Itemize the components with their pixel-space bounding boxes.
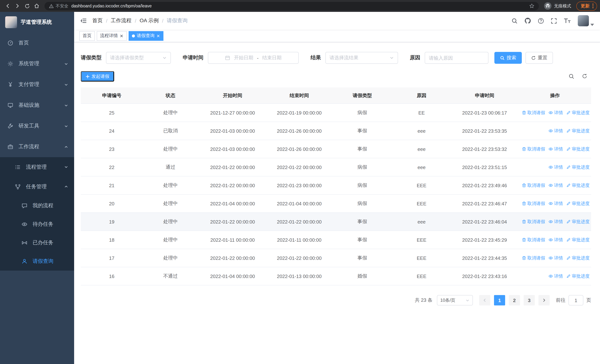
create-leave-button[interactable]: 发起请假 (81, 71, 114, 82)
cell-actions: 取消请假详情审批进度 (519, 213, 591, 231)
cell-apply-id: 22 (81, 158, 143, 176)
leave-type-select[interactable]: 请选择请假类型 (106, 52, 171, 64)
breadcrumb-item[interactable]: 首页 (92, 18, 103, 24)
cell-status: 处理中 (143, 213, 198, 231)
font-size-icon[interactable] (564, 18, 571, 24)
incognito-icon (544, 2, 552, 10)
row-action-progress[interactable]: 审批进度 (566, 273, 590, 279)
close-icon[interactable] (156, 34, 160, 38)
cell-actions: 取消请假详情审批进度 (519, 140, 591, 158)
row-action-progress[interactable]: 审批进度 (566, 110, 590, 116)
row-action-detail[interactable]: 详情 (548, 200, 563, 207)
page-button-3[interactable]: 3 (524, 295, 535, 305)
sidebar-item-task-mgmt[interactable]: 任务管理 (0, 177, 74, 196)
app-logo[interactable]: 芋道管理系统 (0, 12, 74, 33)
toggle-search-icon[interactable] (569, 73, 574, 79)
sidebar-item-workflow[interactable]: 工作流程 (0, 136, 74, 157)
chevron-down-icon (64, 165, 68, 169)
row-action-cancel[interactable]: 取消请假 (522, 218, 545, 225)
browser-forward-button[interactable] (13, 1, 22, 11)
tab-home[interactable]: 首页 (79, 31, 95, 41)
user-menu[interactable] (578, 15, 594, 26)
row-action-progress[interactable]: 审批进度 (566, 164, 590, 170)
next-page-button[interactable] (538, 295, 550, 305)
sidebar-item-leave-query[interactable]: 请假查询 (0, 252, 74, 271)
chevron-down-icon (466, 298, 469, 302)
browser-menu-icon (592, 3, 594, 9)
row-action-detail[interactable]: 详情 (548, 164, 563, 170)
row-action-progress[interactable]: 审批进度 (566, 182, 590, 188)
row-action-detail[interactable]: 详情 (548, 218, 563, 225)
cell-start-time: 2022-01-03 00:00:00 (198, 140, 267, 158)
row-action-progress[interactable]: 审批进度 (566, 200, 590, 207)
page-size-select[interactable]: 10条/页 (437, 295, 473, 305)
apply-time-range-picker[interactable]: 开始日期 - 结束日期 (208, 52, 299, 64)
row-action-cancel[interactable]: 取消请假 (522, 110, 545, 116)
row-action-detail[interactable]: 详情 (548, 110, 563, 116)
sidebar-item-my-process[interactable]: 我的流程 (0, 196, 74, 215)
reset-button[interactable]: 重置 (525, 52, 553, 64)
tab-leave-query[interactable]: 请假查询 (129, 31, 163, 41)
browser-update-button[interactable]: 更新 (576, 1, 597, 10)
row-action-cancel[interactable]: 取消请假 (522, 255, 545, 261)
table-row: 19 处理中 2022-01-22 00:00:00 2022-01-22 00… (81, 213, 591, 231)
cell-leave-type: 婚假 (332, 267, 393, 285)
page-button-1[interactable]: 1 (494, 295, 505, 305)
row-action-progress[interactable]: 审批进度 (566, 128, 590, 134)
help-icon[interactable] (538, 18, 544, 24)
breadcrumb-item[interactable]: OA 示例 (140, 18, 159, 24)
goto-page-input[interactable] (569, 295, 583, 305)
trash-icon (522, 201, 526, 206)
eye-icon (21, 221, 28, 227)
row-action-progress[interactable]: 审批进度 (566, 237, 590, 243)
pagination: 共 23 条 10条/页 1 2 3 前往 (81, 295, 591, 305)
breadcrumb: 首页 / 工作流程 / OA 示例 / 请假查询 (92, 18, 188, 24)
row-action-detail[interactable]: 详情 (548, 146, 563, 152)
sidebar-collapse-icon[interactable] (80, 18, 87, 24)
row-action-detail[interactable]: 详情 (548, 182, 563, 188)
row-action-detail[interactable]: 详情 (548, 128, 563, 134)
cell-start-time: 2022-01-04 00:00:00 (198, 267, 267, 285)
sidebar-item-infrastructure[interactable]: 基础设施 (0, 95, 74, 116)
row-action-detail[interactable]: 详情 (548, 237, 563, 243)
cell-status: 处理中 (143, 177, 198, 194)
trash-icon (522, 111, 526, 115)
result-select[interactable]: 请选择流结果 (325, 52, 398, 64)
row-action-progress[interactable]: 审批进度 (566, 255, 590, 261)
sidebar-item-todo-tasks[interactable]: 待办任务 (0, 215, 74, 233)
close-icon[interactable] (120, 34, 123, 38)
address-bar[interactable]: 不安全 dashboard.yudao.iocoder.cn/bpm/oa/le… (45, 2, 539, 10)
row-action-progress[interactable]: 审批进度 (566, 218, 590, 225)
security-chip[interactable]: 不安全 (49, 3, 68, 9)
header-search-icon[interactable] (511, 18, 518, 24)
sidebar-item-done-tasks[interactable]: 已办任务 (0, 233, 74, 252)
row-action-detail[interactable]: 详情 (548, 273, 563, 279)
search-button[interactable]: 搜索 (494, 52, 522, 64)
row-action-detail[interactable]: 详情 (548, 255, 563, 261)
row-action-cancel[interactable]: 取消请假 (522, 182, 545, 188)
sidebar-item-home[interactable]: 首页 (0, 33, 74, 53)
refresh-table-icon[interactable] (582, 73, 587, 79)
sidebar-item-payment-mgmt[interactable]: 支付管理 (0, 74, 74, 95)
browser-reload-button[interactable] (22, 1, 32, 11)
row-action-progress[interactable]: 审批进度 (566, 146, 590, 152)
tab-process-detail[interactable]: 流程详情 (97, 31, 127, 41)
row-action-cancel[interactable]: 取消请假 (522, 146, 545, 152)
row-action-cancel[interactable]: 取消请假 (522, 200, 545, 207)
prev-page-button[interactable] (479, 295, 490, 305)
sidebar-item-process-mgmt[interactable]: 流程管理 (0, 157, 74, 177)
page-button-2[interactable]: 2 (509, 295, 520, 305)
sidebar-item-system-mgmt[interactable]: 系统管理 (0, 53, 74, 74)
reason-input[interactable] (425, 52, 488, 64)
breadcrumb-item[interactable]: 工作流程 (111, 18, 131, 24)
browser-back-button[interactable] (3, 1, 13, 11)
bookmark-star-icon[interactable] (529, 3, 534, 9)
breadcrumb-item-current: 请假查询 (167, 18, 188, 24)
row-action-cancel[interactable]: 取消请假 (522, 237, 545, 243)
browser-home-button[interactable] (32, 1, 41, 11)
fullscreen-icon[interactable] (551, 18, 557, 24)
github-icon[interactable] (525, 18, 531, 24)
sidebar-item-dev-tools[interactable]: 研发工具 (0, 116, 74, 136)
trash-icon (522, 147, 526, 151)
cell-apply-id: 24 (81, 122, 143, 140)
